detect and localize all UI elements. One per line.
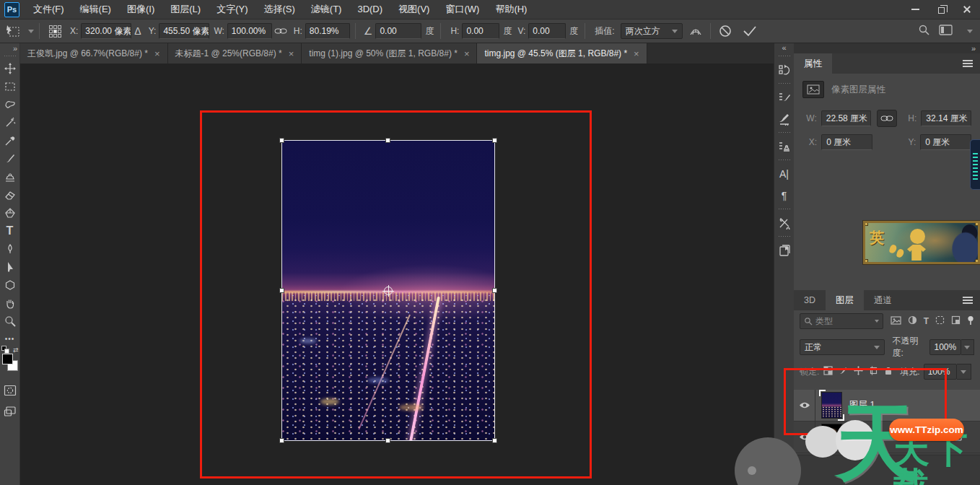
rotation-field[interactable]: 0.00 (375, 23, 421, 39)
layer-filter-type-select[interactable]: 类型 (800, 313, 883, 329)
swap-colors-icon[interactable]: ⇄ (13, 346, 19, 354)
clone-source-panel-icon[interactable] (775, 136, 794, 157)
clone-stamp-tool[interactable] (1, 167, 19, 185)
search-icon[interactable] (918, 24, 930, 38)
marquee-tool[interactable] (1, 77, 19, 95)
document-tab-3[interactable]: timg (1).jpg @ 50% (图层 1, RGB/8#) * × (302, 43, 477, 64)
transform-tool-icon[interactable] (6, 25, 20, 38)
foreground-color-swatch[interactable] (2, 354, 13, 364)
y-position-field[interactable]: 455.50 像素 (159, 23, 209, 39)
restore-button[interactable] (928, 0, 954, 19)
reference-point-locator[interactable] (49, 25, 61, 38)
dock-grip[interactable] (778, 82, 791, 85)
opacity-dropdown-button[interactable] (961, 339, 974, 355)
menu-edit[interactable]: 编辑(E) (72, 0, 119, 19)
dock-grip[interactable] (778, 208, 791, 211)
toolbar-expand-icon[interactable]: » (13, 43, 19, 53)
menu-window[interactable]: 窗口(W) (437, 0, 487, 19)
blend-mode-select[interactable]: 正常 (800, 339, 885, 355)
tool-presets-panel-icon[interactable] (775, 212, 794, 234)
screen-mode-button[interactable] (1, 402, 19, 420)
chevron-down-icon[interactable] (967, 30, 973, 33)
tab-channels[interactable]: 通道 (864, 290, 902, 310)
paragraph-panel-icon[interactable]: ¶ (775, 185, 794, 206)
link-dimensions-icon[interactable] (274, 27, 287, 35)
tab-properties[interactable]: 属性 (794, 53, 832, 74)
brush-settings-panel-icon[interactable] (775, 87, 794, 108)
prop-y-field[interactable]: 0 厘米 (920, 134, 971, 150)
menu-3d[interactable]: 3D(D) (349, 0, 390, 19)
libraries-panel-icon[interactable] (775, 240, 794, 261)
tab-close-icon[interactable]: × (289, 48, 294, 59)
dock-grip[interactable] (778, 235, 791, 238)
filter-type-layers-icon[interactable]: T (924, 316, 929, 326)
hand-tool[interactable] (1, 294, 19, 312)
menu-filter[interactable]: 滤镜(T) (303, 0, 350, 19)
pen-tool[interactable] (1, 240, 19, 258)
close-button[interactable] (954, 0, 980, 19)
menu-image[interactable]: 图像(I) (119, 0, 162, 19)
panel-menu-icon[interactable] (963, 60, 973, 67)
quick-mask-button[interactable] (1, 381, 19, 399)
dock-grip[interactable] (778, 131, 791, 134)
dock-collapse-icon[interactable]: « (782, 43, 786, 53)
eraser-tool[interactable] (1, 185, 19, 204)
menu-file[interactable]: 文件(F) (25, 0, 72, 19)
filter-adjustment-layers-icon[interactable] (908, 315, 917, 327)
x-position-field[interactable]: 320.00 像素 (81, 23, 131, 39)
tool-preset-chevron[interactable] (28, 30, 34, 33)
menu-view[interactable]: 视图(V) (390, 0, 437, 19)
filter-shape-layers-icon[interactable] (935, 315, 945, 327)
opacity-value[interactable]: 100% (929, 339, 961, 355)
tab-layers[interactable]: 图层 (826, 290, 864, 310)
layers-panel-menu-icon[interactable] (963, 297, 973, 304)
lasso-tool[interactable] (1, 95, 19, 113)
brush-tool[interactable] (1, 149, 19, 167)
tab-close-icon[interactable]: × (634, 48, 639, 59)
type-tool[interactable]: T (1, 222, 19, 240)
panel-expand-icon[interactable]: » (971, 44, 980, 53)
relative-position-delta-icon[interactable]: Δ (134, 25, 141, 37)
document-tab-2[interactable]: 未标题-1 @ 25%(RGB/8#) * × (168, 43, 302, 64)
tab-3d[interactable]: 3D (794, 290, 826, 310)
history-panel-icon[interactable] (775, 59, 794, 81)
character-panel-icon[interactable]: A| (775, 163, 794, 185)
document-tab-4-active[interactable]: timg.jpg @ 45.5% (图层 1, RGB/8#) * × (477, 43, 647, 64)
commit-transform-button[interactable] (742, 25, 758, 38)
menu-help[interactable]: 帮助(H) (487, 0, 535, 19)
minimize-button[interactable] (902, 0, 928, 19)
prop-height-field[interactable]: 32.14 厘米 (921, 110, 971, 126)
dock-grip[interactable] (778, 55, 791, 58)
brushes-panel-icon[interactable] (775, 108, 794, 130)
tab-close-icon[interactable]: × (464, 48, 470, 59)
h-skew-field[interactable]: 0.00 (462, 23, 499, 39)
menu-type[interactable]: 文字(Y) (209, 0, 255, 19)
shape-tool[interactable] (1, 276, 19, 294)
canvas-area[interactable] (20, 64, 774, 485)
prop-width-field[interactable]: 22.58 厘米 (821, 110, 872, 126)
document-tab-1[interactable]: 王俊凯.jpg @ 66.7%(RGB/8#) * × (20, 43, 168, 64)
prop-x-field[interactable]: 0 厘米 (821, 134, 872, 150)
tab-close-icon[interactable]: × (154, 48, 160, 59)
magic-wand-tool[interactable] (1, 113, 19, 131)
eyedropper-tool[interactable] (1, 131, 19, 149)
fill-dropdown-button[interactable] (957, 364, 971, 380)
toolbar-grip[interactable] (4, 55, 17, 58)
path-select-tool[interactable] (1, 258, 19, 276)
filter-smart-objects-icon[interactable] (951, 315, 961, 327)
zoom-tool[interactable] (1, 312, 19, 330)
workspace-switcher-icon[interactable] (939, 25, 953, 38)
interpolation-select[interactable]: 两次立方 (621, 23, 683, 39)
dock-grip[interactable] (778, 159, 791, 162)
filter-pixel-layers-icon[interactable] (891, 316, 901, 327)
menu-layer[interactable]: 图层(L) (162, 0, 209, 19)
filter-pin-icon[interactable] (967, 315, 974, 328)
warp-mode-button[interactable] (688, 25, 703, 38)
height-scale-field[interactable]: 80.19% (305, 23, 350, 39)
cancel-transform-button[interactable] (718, 24, 732, 38)
link-wh-button[interactable] (877, 110, 896, 127)
move-tool[interactable] (1, 59, 19, 77)
gradient-tool[interactable] (1, 204, 19, 222)
menu-select[interactable]: 选择(S) (255, 0, 302, 19)
default-colors-icon[interactable] (1, 346, 6, 351)
